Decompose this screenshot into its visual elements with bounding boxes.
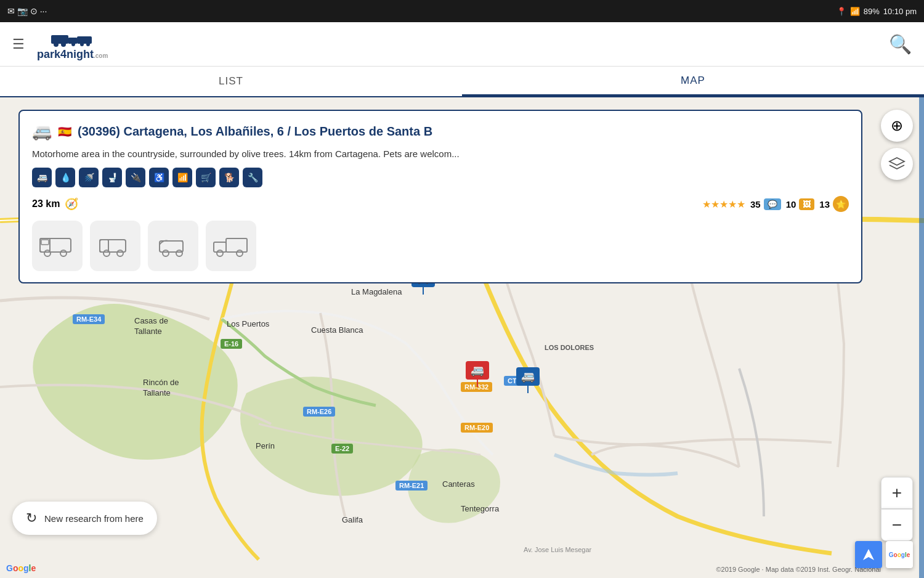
road-e22: E-22 — [331, 444, 353, 454]
top-nav: ☰ park4night.com 🔍 — [0, 22, 924, 67]
marker-rv-red[interactable]: 🚐 — [466, 361, 489, 387]
place-rincon-tallante: Rincón deTallante — [143, 378, 179, 399]
place-perin: Perín — [256, 441, 275, 450]
photo-count: 10 🖼 — [786, 198, 815, 210]
svg-marker-25 — [863, 549, 874, 560]
zoom-out-button[interactable]: − — [881, 509, 913, 541]
vehicle-medium-rv — [90, 221, 140, 271]
amenity-electric: 🔌 — [126, 168, 145, 187]
tab-list[interactable]: LIST — [0, 67, 462, 96]
amenity-water: 💧 — [55, 168, 75, 187]
vehicle-truck-rv — [206, 221, 256, 271]
vehicle-large-rv — [32, 221, 83, 271]
rv-icon: 🚐 — [32, 122, 52, 141]
research-button[interactable]: ↻ New research from here — [12, 502, 157, 535]
svg-point-3 — [61, 42, 66, 47]
layers-icon — [888, 155, 906, 173]
status-bar: ✉ 📷 ⊙ ··· 📍 📶 89% 10:10 pm — [0, 0, 924, 22]
time-label: 10:10 pm — [883, 7, 917, 16]
vehicle-van — [148, 221, 198, 271]
photo-badge: 🖼 — [799, 198, 814, 210]
direction-icon: 🧭 — [65, 197, 78, 211]
distance-info: 23 km 🧭 — [32, 197, 78, 211]
status-bar-left: ✉ 📷 ⊙ ··· — [7, 6, 47, 16]
locate-button[interactable]: ⊕ — [881, 110, 913, 142]
svg-point-4 — [71, 43, 75, 46]
logo-text: park4night — [37, 48, 94, 60]
refresh-icon: ↻ — [26, 510, 37, 526]
top-nav-left: ☰ park4night.com — [12, 29, 108, 60]
info-card[interactable]: 🚐 🇪🇸 (30396) Cartagena, Los Albañiles, 6… — [18, 110, 862, 283]
notification-icons: ✉ 📷 ⊙ ··· — [7, 6, 47, 16]
amenity-pets: 🐕 — [219, 168, 239, 187]
amenity-toilet: 🚽 — [102, 168, 122, 187]
svg-rect-0 — [51, 35, 68, 44]
google-logo-attribution: Google — [6, 563, 36, 573]
place-cuesta-blanca: Cuesta Blanca — [311, 325, 363, 335]
info-card-title: 🚐 🇪🇸 (30396) Cartagena, Los Albañiles, 6… — [32, 122, 849, 141]
tabs: LIST MAP — [0, 67, 924, 97]
google-maps-direction-button[interactable] — [855, 541, 882, 568]
wifi-icon: 📶 — [850, 7, 860, 16]
road-e16: E-16 — [221, 339, 242, 349]
place-galifa: Galifa — [342, 515, 363, 524]
svg-point-19 — [163, 250, 169, 256]
logo-sub: .com — [94, 52, 108, 59]
ratings-row: ★★★★★ 35 💬 10 🖼 13 ⭐ — [702, 196, 849, 212]
comment-count: 35 💬 — [750, 198, 781, 210]
country-flag: 🇪🇸 — [58, 125, 71, 139]
road-rm-e20: RM-E20 — [461, 423, 493, 433]
fav-badge: ⭐ — [833, 196, 849, 212]
info-card-footer: 23 km 🧭 ★★★★★ 35 💬 10 🖼 13 ⭐ — [32, 196, 849, 212]
svg-rect-9 — [40, 238, 71, 252]
info-card-description: Motorhome area in the countryside, surro… — [32, 147, 849, 160]
svg-point-2 — [54, 42, 59, 47]
logo-graphic — [51, 29, 94, 49]
place-av-jose: Av. Jose Luis Mesegar — [524, 546, 591, 553]
road-rm-e34: RM-E34 — [73, 314, 105, 324]
google-maps-logo-button[interactable]: Google — [886, 541, 913, 568]
battery-label: 89% — [864, 7, 880, 16]
svg-point-12 — [60, 250, 67, 256]
comment-badge: 💬 — [764, 198, 781, 210]
amenities-row: 🚐 💧 🚿 🚽 🔌 ♿ 📶 🛒 🐕 🔧 — [32, 168, 849, 187]
svg-point-7 — [86, 43, 90, 46]
right-border-indicator — [919, 97, 924, 578]
vehicle-types-row — [32, 221, 849, 271]
place-los-dolores: LOS DOLORES — [545, 344, 594, 351]
svg-rect-13 — [41, 240, 49, 245]
place-canteras: Canteras — [442, 479, 475, 489]
svg-rect-5 — [77, 36, 92, 44]
amenity-wifi: 📶 — [172, 168, 192, 187]
place-la-magdalena: La Magdalena — [351, 287, 402, 296]
place-casas-tallante: Casas deTallante — [134, 316, 168, 337]
svg-point-16 — [103, 250, 110, 256]
fav-count: 13 ⭐ — [819, 196, 849, 212]
map-controls-top: ⊕ — [881, 110, 913, 180]
place-tentegorra: Tentegorra — [461, 504, 499, 513]
road-rm-e26: RM-E26 — [303, 407, 335, 417]
star-rating: ★★★★★ — [702, 198, 745, 210]
amenity-tools: 🔧 — [243, 168, 262, 187]
google-logo: Google — [889, 552, 910, 558]
search-button[interactable]: 🔍 — [889, 33, 912, 55]
map-container[interactable]: La Aljorra Pozo los Palos La Magdalena C… — [0, 97, 924, 578]
marker-rv-blue2[interactable]: 🚐 — [516, 367, 540, 393]
road-rm-e21: RM-E21 — [395, 481, 428, 490]
zoom-in-button[interactable]: + — [881, 477, 913, 509]
amenity-shower: 🚿 — [79, 168, 99, 187]
research-label: New research from here — [44, 513, 144, 524]
layers-button[interactable] — [881, 148, 913, 180]
amenity-accessible: ♿ — [149, 168, 169, 187]
svg-rect-22 — [226, 238, 247, 252]
tab-map[interactable]: MAP — [462, 67, 924, 96]
amenity-rv: 🚐 — [32, 168, 52, 187]
zoom-controls: + − — [881, 477, 913, 541]
menu-icon[interactable]: ☰ — [12, 36, 25, 52]
place-los-puertos: Los Puertos — [227, 319, 269, 328]
location-icon: 📍 — [837, 7, 846, 16]
svg-point-17 — [117, 250, 123, 256]
svg-point-23 — [217, 250, 223, 256]
status-bar-right: 📍 📶 89% 10:10 pm — [837, 7, 917, 16]
logo[interactable]: park4night.com — [37, 29, 108, 60]
